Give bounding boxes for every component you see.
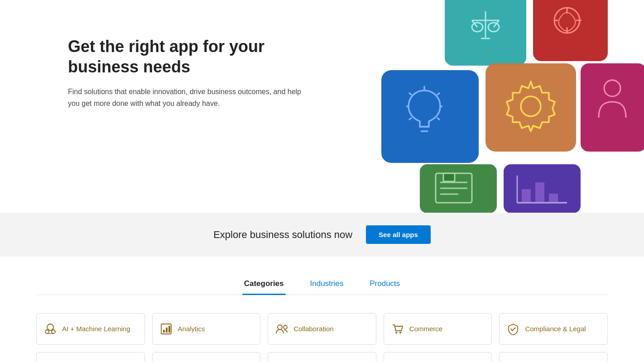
svg-rect-49 — [166, 328, 168, 333]
categories-section: Categories Industries Products AI + Mach… — [0, 257, 644, 362]
svg-rect-38 — [535, 182, 544, 203]
category-label-analytics: Analytics — [178, 324, 205, 333]
svg-rect-37 — [522, 189, 531, 203]
hero-title: Get the right app for your business need… — [68, 36, 303, 77]
hero-text-block: Get the right app for your business need… — [68, 36, 303, 109]
svg-rect-33 — [443, 173, 455, 181]
svg-rect-14 — [381, 70, 479, 163]
hero-section: Get the right app for your business need… — [0, 0, 644, 213]
category-card-commerce[interactable]: Commerce — [384, 313, 492, 345]
category-card-analytics[interactable]: Analytics — [152, 313, 261, 345]
svg-rect-8 — [533, 0, 608, 61]
svg-point-51 — [278, 325, 282, 329]
category-card-iot[interactable]: Internet of Things — [384, 352, 492, 362]
category-card-compliance[interactable]: Compliance & Legal — [499, 313, 608, 345]
svg-point-54 — [399, 332, 401, 333]
svg-rect-48 — [163, 330, 165, 333]
hero-illustration — [345, 0, 644, 213]
compliance-icon — [507, 323, 519, 335]
svg-point-42 — [45, 330, 49, 333]
svg-line-45 — [52, 329, 53, 330]
category-card-ai-ml[interactable]: AI + Machine Learning — [36, 313, 145, 345]
category-label-commerce: Commerce — [409, 324, 442, 333]
category-card-hr[interactable]: Human Resources — [268, 352, 376, 362]
svg-rect-39 — [549, 194, 558, 203]
category-card-collaboration[interactable]: Collaboration — [268, 313, 376, 345]
commerce-icon — [391, 323, 404, 335]
tabs-row: Categories Industries Products — [36, 275, 608, 295]
collaboration-icon — [275, 323, 288, 335]
svg-point-43 — [52, 330, 55, 333]
svg-point-53 — [395, 332, 397, 333]
svg-point-52 — [284, 325, 287, 329]
category-label-ai-ml: AI + Machine Learning — [62, 324, 130, 333]
tab-industries[interactable]: Industries — [308, 275, 346, 295]
category-label-collaboration: Collaboration — [293, 324, 333, 333]
explore-text: Explore business solutions now — [213, 229, 352, 241]
category-card-geolocation[interactable]: Geolocation — [152, 352, 261, 362]
explore-section: Explore business solutions now See all a… — [0, 213, 644, 257]
category-card-finance[interactable]: Finance — [36, 352, 145, 362]
svg-rect-26 — [581, 63, 644, 152]
hero-subtitle: Find solutions that enable innovation, d… — [68, 86, 303, 109]
analytics-icon — [160, 323, 173, 335]
ai-icon — [44, 323, 57, 335]
category-label-compliance: Compliance & Legal — [525, 324, 586, 333]
tab-products[interactable]: Products — [368, 275, 402, 295]
svg-rect-50 — [168, 326, 170, 333]
category-card-it-mgmt[interactable]: IT & Management Tools — [499, 352, 608, 362]
svg-line-44 — [48, 329, 49, 330]
svg-rect-24 — [485, 63, 576, 152]
category-grid: AI + Machine LearningAnalyticsCollaborat… — [36, 313, 608, 362]
see-all-button[interactable]: See all apps — [366, 225, 431, 244]
tab-categories[interactable]: Categories — [242, 275, 286, 295]
